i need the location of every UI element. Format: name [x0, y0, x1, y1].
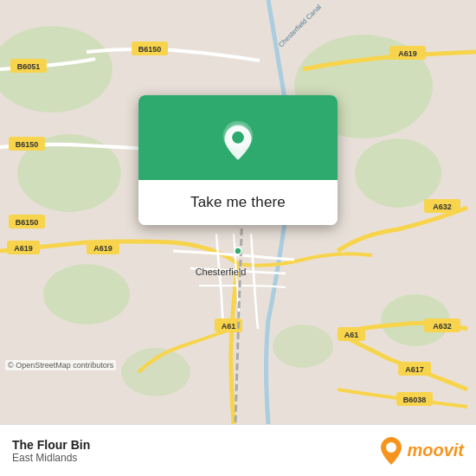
moovit-logo: moovit	[379, 435, 464, 466]
svg-text:B6150: B6150	[16, 218, 39, 227]
svg-text:B6051: B6051	[17, 62, 41, 71]
svg-point-5	[43, 264, 130, 325]
svg-text:A61: A61	[344, 331, 359, 339]
svg-text:B6150: B6150	[138, 45, 162, 54]
svg-text:Chesterfield: Chesterfield	[196, 267, 247, 277]
svg-point-42	[386, 442, 396, 453]
location-pin-icon	[215, 119, 261, 164]
moovit-pin-icon	[379, 435, 403, 466]
popup-green-area	[138, 95, 338, 180]
svg-point-3	[355, 138, 441, 208]
svg-text:B6038: B6038	[403, 396, 427, 404]
svg-text:A617: A617	[405, 365, 424, 374]
location-info: The Flour Bin East Midlands	[12, 438, 90, 464]
take-me-there-button[interactable]: Take me there	[183, 190, 293, 215]
moovit-text: moovit	[407, 441, 464, 460]
popup-card: Take me there	[138, 95, 338, 225]
location-region: East Midlands	[12, 452, 90, 464]
svg-point-7	[273, 325, 333, 368]
location-name: The Flour Bin	[12, 438, 90, 452]
svg-text:A619: A619	[93, 244, 113, 253]
svg-point-41	[232, 132, 244, 144]
map-container: Chesterfield Canal	[0, 0, 476, 424]
svg-text:A61: A61	[222, 322, 236, 331]
svg-point-37	[235, 248, 241, 254]
svg-text:A619: A619	[14, 244, 33, 253]
bottom-bar: The Flour Bin East Midlands moovit	[0, 424, 476, 476]
svg-text:A632: A632	[433, 203, 452, 211]
svg-point-8	[121, 348, 190, 396]
svg-text:A619: A619	[398, 49, 417, 58]
svg-text:B6150: B6150	[16, 140, 39, 149]
popup-button-area: Take me there	[138, 180, 338, 225]
svg-text:A632: A632	[433, 322, 452, 331]
osm-attribution: © OpenStreetMap contributors	[5, 360, 116, 370]
